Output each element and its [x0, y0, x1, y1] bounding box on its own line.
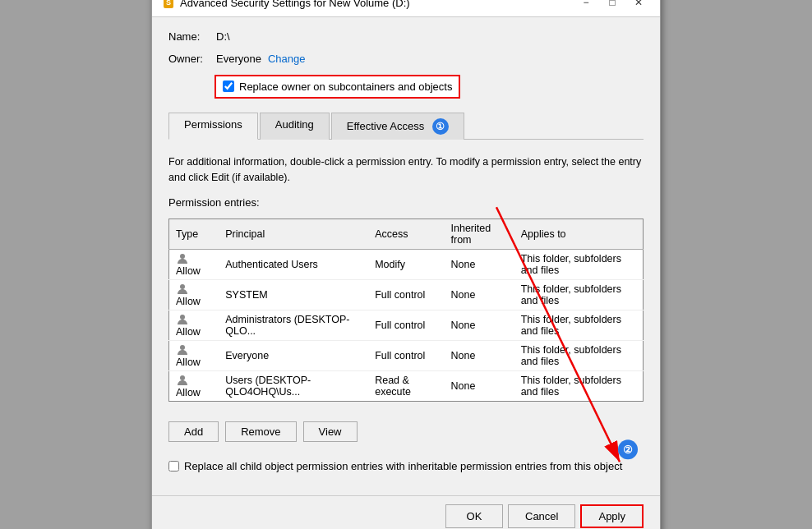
permission-table: Type Principal Access Inherited from App…	[168, 218, 644, 402]
bottom-button-bar: OK Cancel Apply	[152, 495, 660, 529]
owner-label: Owner:	[168, 53, 210, 65]
cell-inherited: None	[445, 341, 514, 371]
cell-applies: This folder, subfolders and files	[514, 310, 644, 341]
cell-principal: Users (DESKTOP-QLO4OHQ\Us...	[219, 371, 368, 402]
cell-access: Full control	[368, 341, 444, 371]
window-controls: − □ ✕	[574, 0, 650, 11]
cell-applies: This folder, subfolders and files	[514, 371, 644, 402]
content-area: Name: D:\ Owner: Everyone Change Replace…	[152, 17, 660, 496]
cell-access: Full control	[368, 280, 444, 310]
tab-effective-access[interactable]: Effective Access ①	[331, 113, 464, 140]
cell-access: Full control	[368, 310, 444, 341]
window-title: Advanced Security Settings for New Volum…	[180, 0, 410, 9]
table-row[interactable]: AllowAdministrators (DESKTOP-QLO...Full …	[169, 310, 644, 341]
view-button[interactable]: View	[303, 421, 358, 442]
cell-applies: This folder, subfolders and files	[514, 280, 644, 310]
table-row[interactable]: AllowUsers (DESKTOP-QLO4OHQ\Us...Read & …	[169, 371, 644, 402]
col-access: Access	[368, 219, 444, 250]
cell-principal: Everyone	[219, 341, 368, 371]
col-applies: Applies to	[514, 219, 644, 250]
cell-access: Modify	[368, 250, 444, 280]
owner-value: Everyone	[216, 53, 261, 65]
tab-auditing[interactable]: Auditing	[260, 113, 330, 140]
title-bar: S Advanced Security Settings for New Vol…	[152, 0, 660, 17]
close-button[interactable]: ✕	[627, 0, 650, 11]
maximize-button[interactable]: □	[601, 0, 624, 11]
cell-inherited: None	[445, 371, 514, 402]
replace-owner-checkbox[interactable]	[223, 80, 234, 92]
table-row[interactable]: AllowAuthenticated UsersModifyNoneThis f…	[169, 250, 644, 280]
replace-permissions-row: Replace all child object permission entr…	[168, 460, 644, 472]
user-icon	[176, 283, 189, 296]
replace-owner-row: Replace owner on subcontainers and objec…	[215, 75, 460, 99]
minimize-button[interactable]: −	[574, 0, 597, 11]
col-type: Type	[169, 219, 219, 250]
svg-point-2	[180, 254, 185, 259]
svg-point-3	[180, 284, 185, 289]
user-icon	[176, 374, 189, 387]
cell-inherited: None	[445, 310, 514, 341]
tab-badge: ①	[432, 118, 449, 135]
svg-text:S: S	[166, 0, 171, 7]
cell-type: Allow	[169, 310, 219, 341]
svg-point-5	[180, 345, 185, 350]
owner-row: Owner: Everyone Change	[168, 53, 644, 65]
cell-type: Allow	[169, 280, 219, 310]
remove-button[interactable]: Remove	[225, 421, 296, 442]
change-link[interactable]: Change	[268, 53, 306, 65]
replace-permissions-label: Replace all child object permission entr…	[184, 460, 622, 472]
tab-permissions[interactable]: Permissions	[168, 113, 258, 140]
cell-type: Allow	[169, 341, 219, 371]
cell-principal: Administrators (DESKTOP-QLO...	[219, 310, 368, 341]
cell-inherited: None	[445, 250, 514, 280]
cell-applies: This folder, subfolders and files	[514, 341, 644, 371]
cell-applies: This folder, subfolders and files	[514, 250, 644, 280]
replace-owner-label: Replace owner on subcontainers and objec…	[239, 80, 452, 93]
col-inherited: Inherited from	[445, 219, 514, 250]
user-icon	[176, 313, 189, 326]
name-row: Name: D:\	[168, 30, 644, 43]
cell-type: Allow	[169, 250, 219, 280]
cell-inherited: None	[445, 280, 514, 310]
cell-access: Read & execute	[368, 371, 444, 402]
user-icon	[176, 343, 189, 356]
cell-principal: SYSTEM	[219, 280, 368, 310]
name-value: D:\	[216, 30, 230, 43]
apply-button[interactable]: Apply	[580, 504, 644, 528]
replace-permissions-checkbox[interactable]	[168, 461, 179, 472]
tab-bar: Permissions Auditing Effective Access ①	[168, 112, 644, 140]
add-button[interactable]: Add	[168, 421, 219, 442]
table-row[interactable]: AllowEveryoneFull controlNoneThis folder…	[169, 341, 644, 371]
table-row[interactable]: AllowSYSTEMFull controlNoneThis folder, …	[169, 280, 644, 310]
cell-principal: Authenticated Users	[219, 250, 368, 280]
svg-point-6	[180, 375, 185, 380]
info-text: For additional information, double-click…	[168, 154, 644, 186]
shield-icon: S	[162, 0, 175, 9]
user-icon	[176, 252, 189, 265]
cancel-button[interactable]: Cancel	[508, 504, 575, 528]
permission-entries-label: Permission entries:	[168, 196, 644, 209]
svg-point-4	[180, 315, 185, 320]
table-action-buttons: Add Remove View	[168, 421, 644, 442]
name-label: Name:	[168, 30, 210, 43]
cell-type: Allow	[169, 371, 219, 402]
col-principal: Principal	[219, 219, 368, 250]
main-window: S Advanced Security Settings for New Vol…	[151, 0, 661, 529]
ok-button[interactable]: OK	[445, 504, 503, 528]
